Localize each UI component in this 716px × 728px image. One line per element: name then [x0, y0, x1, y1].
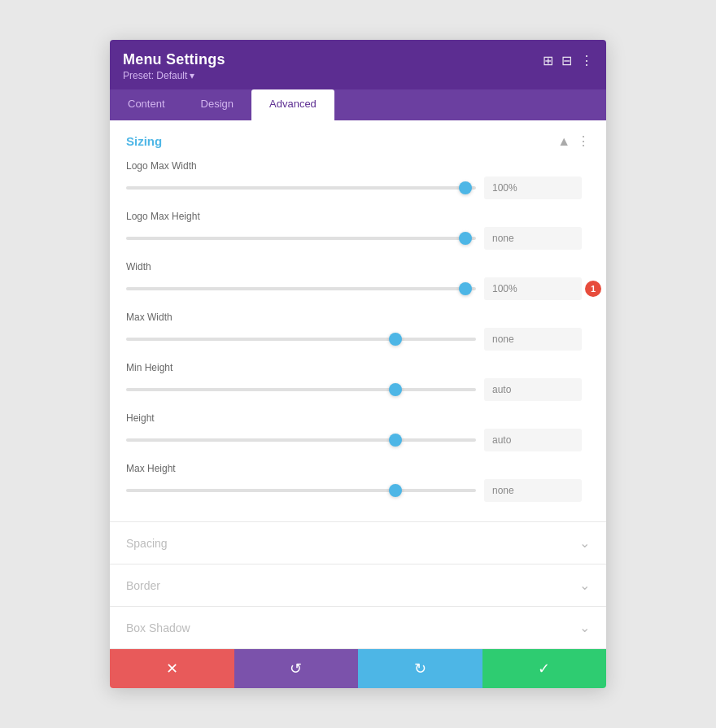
box-shadow-chevron-icon: ⌄ [579, 620, 590, 635]
height-value-wrapper [484, 429, 590, 451]
save-icon: ✓ [538, 660, 550, 678]
border-section[interactable]: Border ⌄ [110, 565, 606, 607]
field-logo-max-height-label: Logo Max Height [126, 211, 590, 222]
layout-icon[interactable]: ⊟ [561, 53, 572, 68]
sizing-section-header: Sizing ▲ ⋮ [126, 133, 590, 149]
field-max-width: Max Width [126, 312, 590, 351]
redo-icon: ↻ [414, 660, 426, 678]
sizing-section-icons: ▲ ⋮ [557, 133, 590, 149]
logo-max-height-input[interactable] [484, 227, 582, 250]
min-height-value-wrapper [484, 378, 590, 401]
logo-max-height-thumb[interactable] [459, 232, 472, 245]
tab-design[interactable]: Design [183, 89, 251, 120]
field-logo-max-height-controls [126, 227, 590, 250]
preset-arrow-icon: ▾ [190, 70, 194, 81]
width-thumb[interactable] [459, 282, 472, 295]
width-slider[interactable] [126, 281, 476, 297]
reset-icon: ↺ [290, 660, 302, 678]
field-logo-max-width-controls [126, 177, 590, 199]
header-icons: ⊞ ⊟ ⋮ [543, 53, 593, 68]
logo-max-height-slider[interactable] [126, 230, 476, 246]
max-height-track [126, 489, 476, 492]
field-max-height: Max Height [126, 463, 590, 502]
field-logo-max-width: Logo Max Width [126, 160, 590, 199]
sizing-section-title: Sizing [126, 134, 162, 148]
field-logo-max-width-label: Logo Max Width [126, 160, 590, 172]
field-min-height: Min Height [126, 362, 590, 401]
title-group: Menu Settings Preset: Default ▾ [123, 51, 225, 81]
max-height-input[interactable] [484, 479, 582, 502]
sizing-collapse-icon[interactable]: ▲ [557, 134, 570, 149]
tab-advanced[interactable]: Advanced [251, 89, 334, 120]
logo-max-height-value-wrapper [484, 227, 590, 250]
screenshot-icon[interactable]: ⊞ [543, 53, 553, 68]
logo-max-width-track [126, 186, 476, 190]
tab-bar: Content Design Advanced [110, 89, 606, 120]
border-title: Border [126, 579, 160, 592]
width-notification-badge: 1 [585, 281, 601, 297]
field-min-height-controls [126, 378, 590, 401]
max-height-thumb[interactable] [389, 484, 402, 497]
max-height-value-wrapper [484, 479, 590, 502]
min-height-thumb[interactable] [389, 383, 402, 396]
field-max-height-label: Max Height [126, 463, 590, 474]
modal-body: Sizing ▲ ⋮ Logo Max Width [110, 120, 606, 649]
height-slider[interactable] [126, 432, 476, 448]
box-shadow-title: Box Shadow [126, 621, 190, 634]
spacing-title: Spacing [126, 537, 168, 550]
modal-footer: ✕ ↺ ↻ ✓ [110, 649, 606, 688]
height-thumb[interactable] [389, 434, 402, 447]
field-max-height-controls [126, 479, 590, 502]
more-options-icon[interactable]: ⋮ [580, 53, 593, 68]
max-width-track [126, 338, 476, 341]
menu-settings-modal: Menu Settings Preset: Default ▾ ⊞ ⊟ ⋮ Co… [110, 40, 606, 688]
height-input[interactable] [484, 429, 582, 451]
max-height-slider[interactable] [126, 482, 476, 499]
width-track [126, 287, 476, 290]
box-shadow-section[interactable]: Box Shadow ⌄ [110, 607, 606, 649]
max-width-value-wrapper [484, 328, 590, 351]
width-value-wrapper: 1 [484, 277, 590, 300]
modal-preset[interactable]: Preset: Default ▾ [123, 70, 225, 81]
logo-max-width-input[interactable] [484, 177, 582, 199]
logo-max-width-slider[interactable] [126, 180, 476, 196]
cancel-button[interactable]: ✕ [110, 649, 234, 688]
redo-button[interactable]: ↻ [358, 649, 482, 688]
sizing-section: Sizing ▲ ⋮ Logo Max Width [110, 120, 606, 522]
field-max-width-label: Max Width [126, 312, 590, 323]
field-logo-max-height: Logo Max Height [126, 211, 590, 250]
field-height: Height [126, 412, 590, 451]
field-width-controls: 1 [126, 277, 590, 300]
preset-label: Preset: Default [123, 70, 187, 81]
save-button[interactable]: ✓ [482, 649, 607, 688]
field-min-height-label: Min Height [126, 362, 590, 373]
height-track [126, 438, 476, 442]
field-width-label: Width [126, 261, 590, 272]
spacing-section[interactable]: Spacing ⌄ [110, 522, 606, 565]
sizing-more-icon[interactable]: ⋮ [577, 133, 590, 149]
border-chevron-icon: ⌄ [579, 578, 590, 593]
field-width: Width 1 [126, 261, 590, 300]
max-width-input[interactable] [484, 328, 582, 351]
field-height-controls [126, 429, 590, 451]
spacing-chevron-icon: ⌄ [579, 535, 590, 551]
logo-max-width-thumb[interactable] [459, 181, 472, 194]
logo-max-height-track [126, 237, 476, 240]
logo-max-width-value-wrapper [484, 177, 590, 199]
tab-content[interactable]: Content [110, 89, 183, 120]
width-input[interactable] [484, 277, 582, 300]
cancel-icon: ✕ [166, 660, 178, 678]
min-height-slider[interactable] [126, 381, 476, 398]
reset-button[interactable]: ↺ [234, 649, 359, 688]
field-max-width-controls [126, 328, 590, 351]
min-height-input[interactable] [484, 378, 582, 401]
modal-header: Menu Settings Preset: Default ▾ ⊞ ⊟ ⋮ [110, 40, 606, 89]
min-height-track [126, 388, 476, 391]
max-width-thumb[interactable] [389, 333, 402, 346]
max-width-slider[interactable] [126, 331, 476, 347]
field-height-label: Height [126, 412, 590, 424]
modal-title: Menu Settings [123, 51, 225, 68]
